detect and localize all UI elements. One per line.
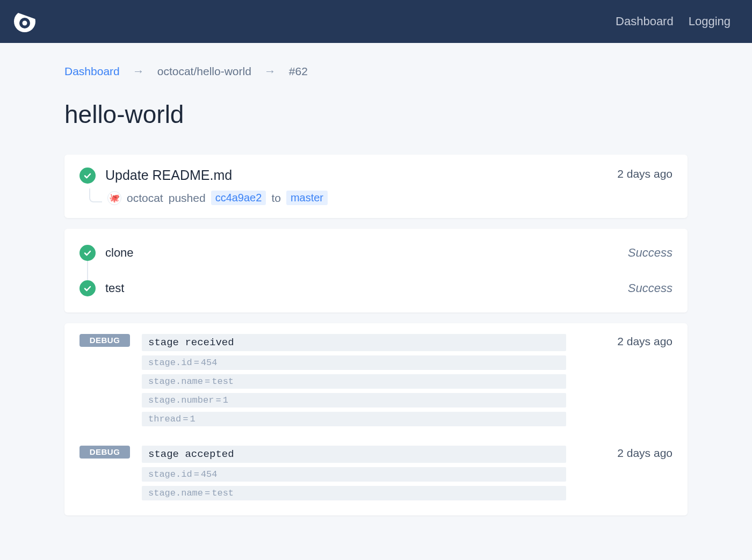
breadcrumb: Dashboard → octocat/hello-world → #62	[64, 64, 688, 78]
chevron-right-icon: →	[264, 64, 276, 78]
breadcrumb-dashboard[interactable]: Dashboard	[64, 65, 120, 78]
step-name: clone	[105, 246, 134, 260]
status-success-icon	[79, 168, 96, 184]
breadcrumb-repo[interactable]: octocat/hello-world	[157, 65, 251, 78]
log-field: stage.id=454	[142, 467, 566, 482]
breadcrumb-build: #62	[289, 65, 308, 78]
page-title: hello-world	[64, 100, 688, 129]
log-message: stage received	[142, 334, 566, 351]
commit-sha[interactable]: cc4a9ae2	[211, 191, 266, 205]
step-status: Success	[628, 246, 673, 260]
step-row[interactable]: test Success	[79, 277, 673, 300]
commit-message: Update README.md	[105, 168, 328, 183]
step-name: test	[105, 281, 124, 295]
steps-card: clone Success test Success	[64, 229, 688, 312]
log-message: stage accepted	[142, 446, 566, 463]
logs-card: DEBUG stage received stage.id=454stage.n…	[64, 323, 688, 515]
log-time: 2 days ago	[617, 334, 673, 431]
avatar[interactable]: 🐙	[107, 191, 121, 205]
tree-connector-icon	[87, 258, 88, 280]
chevron-right-icon: →	[133, 64, 144, 78]
log-entry: DEBUG stage received stage.id=454stage.n…	[79, 334, 673, 431]
log-field: thread=1	[142, 412, 566, 426]
commit-meta: 🐙 octocat pushed cc4a9ae2 to master	[105, 191, 328, 205]
commit-time: 2 days ago	[617, 168, 673, 180]
log-time: 2 days ago	[617, 446, 673, 505]
status-success-icon	[79, 280, 96, 296]
commit-to: to	[271, 192, 281, 205]
commit-author: octocat	[127, 192, 163, 205]
commit-verb: pushed	[169, 192, 206, 205]
nav-link-logging[interactable]: Logging	[689, 14, 731, 28]
status-success-icon	[79, 245, 96, 261]
commit-card: Update README.md 🐙 octocat pushed cc4a9a…	[64, 155, 688, 218]
log-level-badge: DEBUG	[79, 334, 130, 347]
navbar: Dashboard Logging	[0, 0, 752, 43]
step-row[interactable]: clone Success	[79, 242, 673, 264]
commit-branch[interactable]: master	[286, 191, 328, 205]
log-field: stage.number=1	[142, 393, 566, 408]
log-entry: DEBUG stage accepted stage.id=454stage.n…	[79, 446, 673, 505]
nav-link-dashboard[interactable]: Dashboard	[616, 14, 674, 28]
log-field: stage.name=test	[142, 374, 566, 389]
svg-point-2	[23, 21, 27, 26]
log-field: stage.name=test	[142, 486, 566, 500]
nav-links: Dashboard Logging	[616, 14, 731, 28]
log-field: stage.id=454	[142, 355, 566, 370]
log-level-badge: DEBUG	[79, 446, 130, 459]
drone-logo-icon[interactable]	[13, 10, 37, 33]
step-status: Success	[628, 281, 673, 295]
